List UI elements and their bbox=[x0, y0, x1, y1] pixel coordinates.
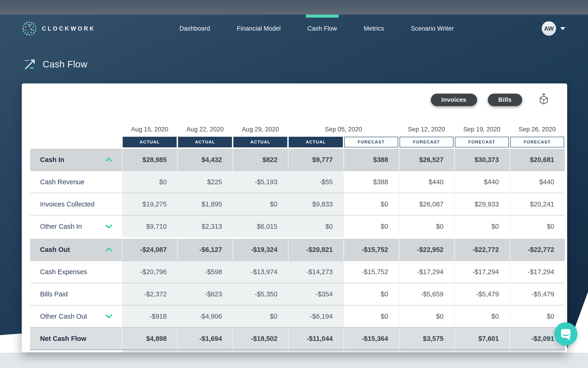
column-badge-wrap: ACTUAL bbox=[233, 137, 288, 147]
row-label-cell: Bills Paid bbox=[30, 283, 122, 305]
table-row-bills-paid: Bills Paid-$2,372-$623-$5,350-$354$0-$5,… bbox=[30, 283, 565, 305]
value-cell bbox=[233, 350, 288, 352]
value-cell bbox=[288, 350, 343, 352]
value-cell: $0 bbox=[399, 305, 454, 327]
value-cell: -$6,194 bbox=[288, 305, 343, 327]
clockwork-dotted-clock-icon bbox=[22, 21, 37, 36]
nav-item-cash-flow[interactable]: Cash Flow bbox=[307, 15, 337, 42]
value-cell: $0 bbox=[343, 305, 399, 327]
column-badge: ACTUAL bbox=[289, 137, 342, 147]
column-date: Sep 26, 2020 bbox=[509, 126, 565, 133]
value-cell: -$1,694 bbox=[177, 328, 233, 350]
row-label-cell: Cash Expenses bbox=[30, 261, 122, 283]
value-cell: -$22,772 bbox=[509, 239, 565, 260]
value-cell: -$55 bbox=[288, 171, 343, 193]
cash-flow-table: Aug 15, 2020Aug 22, 2020Aug 29, 2020Sep … bbox=[30, 123, 565, 352]
value-cell: -$11,044 bbox=[288, 328, 343, 350]
row-label-cell: Other Cash Out bbox=[30, 305, 122, 327]
value-cell: $0 bbox=[343, 215, 399, 237]
caret-down-icon[interactable] bbox=[105, 224, 112, 229]
nav-item-scenario-writer[interactable]: Scenario Writer bbox=[411, 15, 454, 42]
row-label: Cash Out bbox=[40, 246, 70, 254]
caret-up-icon[interactable] bbox=[105, 157, 112, 162]
value-cell: $4,898 bbox=[122, 328, 177, 350]
caret-up-icon[interactable] bbox=[105, 247, 112, 252]
row-label-cell: Cash Revenue bbox=[30, 171, 122, 193]
value-cell: $440 bbox=[509, 171, 565, 193]
nav-item-financial-model[interactable]: Financial Model bbox=[237, 15, 281, 42]
row-label-spacer bbox=[30, 137, 122, 147]
content-card: Invoices Bills Aug 15, 2020Aug 22, 2020A… bbox=[22, 83, 567, 352]
page-title-row: Cash Flow bbox=[23, 57, 87, 71]
value-cell: $0 bbox=[233, 305, 288, 327]
value-cell: -$22,772 bbox=[454, 239, 509, 260]
value-cell: $822 bbox=[233, 149, 288, 171]
column-date: Aug 15, 2020 bbox=[122, 126, 177, 133]
value-cell: -$15,364 bbox=[343, 328, 399, 350]
table-row-other-cash-in: Other Cash In$9,710$2,313$6,015$0$0$0$0$… bbox=[30, 215, 565, 237]
row-label-cell: Net Cash Flow bbox=[30, 328, 122, 350]
nav-item-dashboard[interactable]: Dashboard bbox=[179, 15, 210, 42]
top-navigation-bar: CLOCKWORK DashboardFinancial ModelCash F… bbox=[0, 15, 588, 42]
intercom-chat-icon bbox=[559, 327, 573, 341]
value-cell: $0 bbox=[122, 171, 177, 193]
bills-button[interactable]: Bills bbox=[488, 94, 522, 106]
value-cell: $388 bbox=[343, 171, 399, 193]
column-date: Sep 19, 2020 bbox=[454, 126, 509, 133]
value-cell: $20,681 bbox=[509, 149, 565, 171]
page-title: Cash Flow bbox=[43, 59, 87, 70]
value-cell: -$18,502 bbox=[233, 328, 288, 350]
value-cell bbox=[177, 350, 233, 352]
value-cell bbox=[399, 350, 454, 352]
value-cell: $0 bbox=[454, 305, 509, 327]
chat-launcher-button[interactable] bbox=[554, 322, 577, 346]
value-cell: $26,527 bbox=[399, 149, 454, 171]
user-menu[interactable]: AW bbox=[542, 15, 565, 42]
table-date-header: Aug 15, 2020Aug 22, 2020Aug 29, 2020Sep … bbox=[30, 123, 565, 135]
caret-down-icon[interactable] bbox=[105, 314, 112, 319]
value-cell: -$598 bbox=[177, 261, 233, 283]
value-cell: -$5,193 bbox=[233, 171, 288, 193]
value-cell: $1,895 bbox=[177, 193, 233, 215]
value-cell: $19,275 bbox=[122, 193, 177, 215]
nav-item-metrics[interactable]: Metrics bbox=[364, 15, 384, 42]
value-cell: $4,432 bbox=[177, 149, 233, 171]
row-label: Cash Expenses bbox=[40, 268, 87, 276]
column-badge: FORECAST bbox=[455, 137, 509, 147]
value-cell: $0 bbox=[454, 215, 509, 237]
top-window-strip bbox=[0, 0, 588, 15]
value-cell: $0 bbox=[399, 215, 454, 237]
nav-items: DashboardFinancial ModelCash FlowMetrics… bbox=[179, 15, 454, 42]
brand-logo[interactable]: CLOCKWORK bbox=[22, 15, 95, 42]
value-cell: $225 bbox=[177, 171, 233, 193]
avatar[interactable]: AW bbox=[542, 21, 556, 36]
table-badge-header: ACTUALACTUALACTUALACTUALFORECASTFORECAST… bbox=[30, 137, 565, 147]
column-badge: FORECAST bbox=[400, 137, 454, 147]
column-badge-wrap: ACTUAL bbox=[122, 137, 177, 147]
value-cell: $388 bbox=[343, 149, 399, 171]
invoices-button[interactable]: Invoices bbox=[431, 94, 477, 106]
column-badge-wrap: ACTUAL bbox=[288, 137, 343, 147]
value-cell: -$14,273 bbox=[288, 261, 343, 283]
value-cell: $0 bbox=[233, 193, 288, 215]
table-row-other-cash-out: Other Cash Out-$918-$4,906$0-$6,194$0$0$… bbox=[30, 305, 565, 327]
trend-arrow-icon bbox=[23, 57, 36, 71]
table-row-cash-revenue: Cash Revenue$0$225-$5,193-$55$388$440$44… bbox=[30, 171, 565, 193]
row-label-cell bbox=[30, 350, 122, 352]
cube-export-icon bbox=[537, 93, 550, 106]
value-cell: $9,777 bbox=[288, 149, 343, 171]
column-date: Sep 12, 2020 bbox=[399, 126, 454, 133]
row-label: Other Cash In bbox=[40, 223, 82, 230]
row-label: Cash In bbox=[40, 156, 64, 164]
row-label-cell: Invoices Collected bbox=[30, 193, 122, 215]
value-cell: $2,313 bbox=[177, 215, 233, 237]
value-cell: $0 bbox=[343, 283, 399, 305]
value-cell: $0 bbox=[343, 193, 399, 215]
value-cell: $9,710 bbox=[122, 215, 177, 237]
value-cell bbox=[122, 350, 177, 352]
column-badge-wrap: FORECAST bbox=[509, 137, 565, 147]
export-button[interactable] bbox=[537, 93, 550, 107]
value-cell: -$24,087 bbox=[122, 239, 177, 260]
value-cell: -$5,659 bbox=[399, 283, 454, 305]
table-row-cash-in: Cash In$28,985$4,432$822$9,777$388$26,52… bbox=[30, 149, 565, 171]
